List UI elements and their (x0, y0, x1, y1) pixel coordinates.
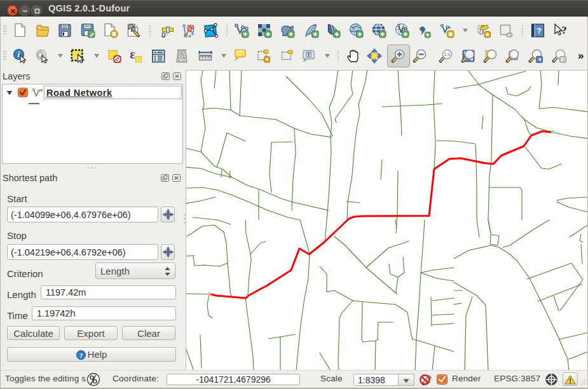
svg-text:?: ? (79, 351, 83, 359)
svg-text:T: T (307, 51, 311, 58)
svg-text:?: ? (537, 26, 542, 36)
svg-text:?: ? (562, 25, 567, 36)
svg-text:1:1: 1:1 (444, 52, 451, 57)
svg-text:ε: ε (130, 48, 135, 61)
